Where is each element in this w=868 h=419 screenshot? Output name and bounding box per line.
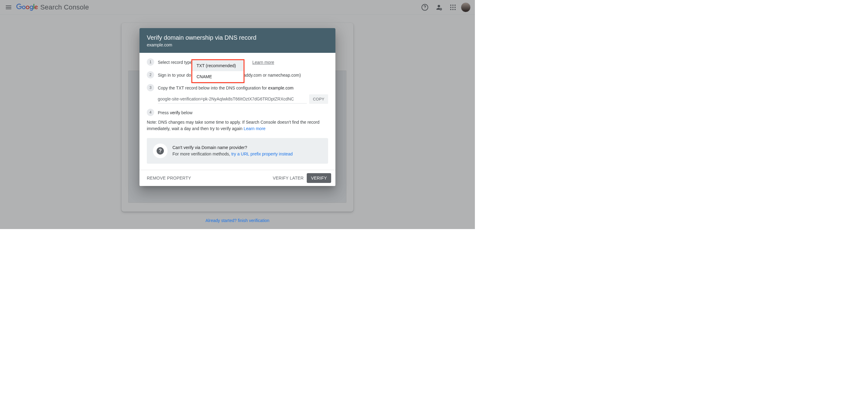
step-1-num: 1 bbox=[147, 58, 154, 66]
step-4-verify: verify bbox=[170, 110, 180, 115]
dropdown-option-cname[interactable]: CNAME bbox=[192, 71, 244, 82]
step-1-label: Select record type: bbox=[158, 59, 193, 66]
step-2-text-suffix: addy.com or namecheap.com) bbox=[244, 73, 301, 78]
callout-line2: For more verification methods, bbox=[173, 151, 231, 156]
copy-button[interactable]: COPY bbox=[309, 94, 328, 104]
callout-title: Can't verify via Domain name provider? bbox=[173, 145, 293, 151]
modal-domain: example.com bbox=[147, 42, 328, 47]
learn-more-link[interactable]: Learn more bbox=[252, 59, 274, 66]
help-circle-icon: ? bbox=[153, 144, 167, 158]
step-3: 3 Copy the TXT record below into the DNS… bbox=[147, 84, 328, 91]
step-3-text: Copy the TXT record below into the DNS c… bbox=[158, 86, 268, 90]
txt-record-field[interactable] bbox=[158, 95, 307, 103]
svg-text:?: ? bbox=[159, 148, 162, 153]
step-3-domain: example.com bbox=[268, 86, 293, 90]
modal-actions: REMOVE PROPERTY VERIFY LATER VERIFY bbox=[140, 170, 335, 186]
record-type-dropdown[interactable]: TXT (recommended) CNAME bbox=[192, 60, 244, 82]
modal-title: Verify domain ownership via DNS record bbox=[147, 34, 328, 41]
step-2-num: 2 bbox=[147, 71, 154, 79]
modal-header: Verify domain ownership via DNS record e… bbox=[140, 28, 335, 53]
step-4-suffix: below bbox=[180, 110, 192, 115]
verify-button[interactable]: VERIFY bbox=[307, 173, 331, 183]
note-learn-more-link[interactable]: Learn more bbox=[244, 126, 266, 131]
step-4-prefix: Press bbox=[158, 110, 170, 115]
step-3-num: 3 bbox=[147, 84, 154, 91]
finish-verification-link[interactable]: Already started? finish verification bbox=[206, 218, 269, 223]
footer-link-row: Already started? finish verification bbox=[0, 218, 475, 223]
step-4: 4 Press verify below bbox=[147, 109, 328, 116]
step-2-text-prefix: Sign in to your dom bbox=[158, 73, 195, 78]
cant-verify-callout: ? Can't verify via Domain name provider?… bbox=[147, 138, 328, 164]
verify-modal: Verify domain ownership via DNS record e… bbox=[140, 28, 335, 186]
verify-later-button[interactable]: VERIFY LATER bbox=[270, 173, 307, 183]
dns-note: Note: DNS changes may take some time to … bbox=[147, 119, 328, 132]
url-prefix-link[interactable]: try a URL prefix property instead bbox=[231, 151, 293, 156]
dropdown-option-txt[interactable]: TXT (recommended) bbox=[192, 60, 244, 71]
remove-property-button[interactable]: REMOVE PROPERTY bbox=[144, 173, 194, 183]
step-4-num: 4 bbox=[147, 109, 154, 116]
